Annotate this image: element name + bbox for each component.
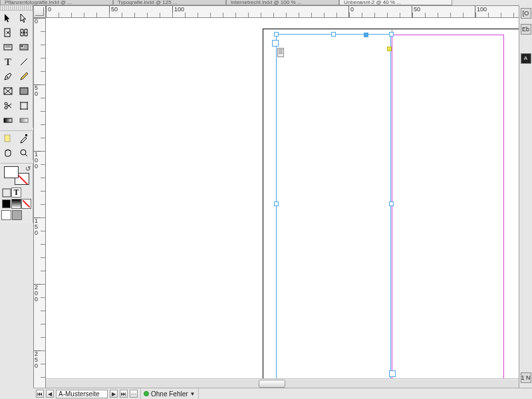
pencil-tool[interactable] xyxy=(16,69,32,84)
svg-point-14 xyxy=(21,150,26,155)
page-field[interactable]: A-Musterseite xyxy=(56,390,108,398)
scroll-track[interactable] xyxy=(46,380,519,388)
ruler-v-tick: 200 xyxy=(34,284,45,303)
text-frame-in-port[interactable] xyxy=(272,40,279,47)
frame-thread-indicator[interactable] xyxy=(387,47,392,51)
ruler-v-tick: 150 xyxy=(34,217,45,236)
scroll-thumb[interactable] xyxy=(259,380,285,388)
hand-tool[interactable] xyxy=(0,146,16,160)
frame-handle-tr-ref[interactable] xyxy=(364,33,368,37)
horizontal-ruler[interactable]: 0 50 100 0 50 100 xyxy=(46,5,519,18)
free-transform-tool[interactable] xyxy=(16,98,32,113)
document-canvas[interactable] xyxy=(46,18,519,388)
frame-handle-tc[interactable] xyxy=(331,32,336,37)
document-tabs: Pflanzenfotografie.indd @ ... Typografie… xyxy=(0,0,532,5)
type-tool[interactable]: T xyxy=(0,55,16,69)
apply-none-icon[interactable] xyxy=(21,199,31,209)
frame-handle-tr[interactable] xyxy=(389,32,394,37)
doc-tab-1[interactable]: Typografie.indd @ 125 ... xyxy=(113,0,226,5)
last-spread-button[interactable]: ⏭ xyxy=(120,390,128,398)
rectangle-tool[interactable] xyxy=(16,84,32,98)
doc-tab-0[interactable]: Pflanzenfotografie.indd @ ... xyxy=(0,0,113,5)
ruler-h-tick: 100 xyxy=(172,6,184,17)
formatting-container-icon[interactable] xyxy=(1,188,11,198)
eyedropper-tool[interactable] xyxy=(16,131,32,146)
svg-rect-15 xyxy=(3,189,11,197)
panel-icon-2[interactable]: A xyxy=(521,53,531,64)
line-tool[interactable] xyxy=(16,55,32,69)
frame-handle-ml[interactable] xyxy=(274,201,279,206)
ruler-h-tick: 50 xyxy=(109,6,118,17)
prev-spread-button[interactable]: ◀ xyxy=(46,390,54,398)
first-spread-button[interactable]: ⏮ xyxy=(36,390,44,398)
svg-rect-3 xyxy=(21,45,23,47)
svg-rect-10 xyxy=(4,118,12,122)
svg-rect-9 xyxy=(21,102,27,109)
svg-point-4 xyxy=(7,76,8,78)
zoom-tool[interactable] xyxy=(16,146,32,160)
fill-stroke-swatch[interactable]: ↺ xyxy=(4,166,29,185)
svg-rect-0 xyxy=(5,29,10,37)
collapsed-panels-dock[interactable]: [O Eb A 1 N A- xyxy=(519,5,532,399)
status-bar: ⏮ ◀ A-Musterseite ▶ ⏭ ⋯ Ohne Fehler ▼ xyxy=(33,388,532,399)
content-collector-tool[interactable] xyxy=(0,40,16,55)
preflight-menu-icon[interactable]: ▼ xyxy=(190,391,196,397)
vertical-ruler[interactable]: 0 50 100 150 200 250 xyxy=(33,18,46,388)
rectangle-frame-tool[interactable] xyxy=(0,84,16,98)
page-tool[interactable] xyxy=(0,25,16,40)
scissors-tool[interactable] xyxy=(0,98,16,113)
panel-grip[interactable] xyxy=(0,5,33,11)
preview-view-icon[interactable] xyxy=(12,210,22,220)
panel-icon-1[interactable]: Eb xyxy=(521,24,531,35)
gradient-feather-tool[interactable] xyxy=(16,113,32,128)
pen-tool[interactable] xyxy=(0,69,16,84)
right-page-margin-guide xyxy=(392,35,504,379)
apply-gradient-icon[interactable] xyxy=(11,199,21,209)
tool-panel: T ↺ T xyxy=(0,5,33,223)
frame-handle-tl[interactable] xyxy=(274,32,279,37)
horizontal-scrollbar[interactable] xyxy=(46,378,519,388)
ruler-h-tick: 100 xyxy=(475,6,487,17)
doc-tab-2[interactable]: Internetrecht.indd @ 100 % ... xyxy=(226,0,339,5)
open-panel-button[interactable]: ⋯ xyxy=(130,390,138,398)
fill-swatch[interactable] xyxy=(4,166,19,178)
selection-tool[interactable] xyxy=(0,11,16,25)
svg-rect-6 xyxy=(20,88,28,94)
ruler-v-tick: 0 xyxy=(34,18,45,25)
gradient-swatch-tool[interactable] xyxy=(0,113,16,128)
formatting-text-icon[interactable]: T xyxy=(11,188,21,198)
apply-color-icon[interactable] xyxy=(2,200,11,208)
doc-tab-3[interactable]: Unbenannt-2 @ 40 % ... xyxy=(339,0,452,5)
panel-icon-4[interactable]: 1 N xyxy=(521,372,531,383)
ruler-h-tick: 0 xyxy=(46,6,51,17)
tool-separator-2 xyxy=(0,160,33,164)
next-spread-button[interactable]: ▶ xyxy=(110,390,118,398)
text-frame-out-port[interactable] xyxy=(389,370,396,377)
ruler-origin[interactable] xyxy=(33,5,46,18)
direct-selection-tool[interactable] xyxy=(16,11,32,25)
preflight-status-icon xyxy=(144,391,149,396)
ruler-v-tick: 100 xyxy=(34,151,45,170)
normal-view-icon[interactable] xyxy=(1,210,11,220)
swap-fill-stroke-icon[interactable]: ↺ xyxy=(25,165,31,172)
text-frame-content-icon xyxy=(277,48,284,57)
selected-text-frame[interactable] xyxy=(276,34,391,382)
content-placer-tool[interactable] xyxy=(16,40,32,55)
gap-tool[interactable] xyxy=(16,25,32,40)
panel-icon-0[interactable]: [O xyxy=(521,8,531,19)
frame-handle-mr[interactable] xyxy=(389,201,394,206)
svg-rect-11 xyxy=(20,118,28,122)
ruler-v-tick: 50 xyxy=(34,84,45,97)
svg-rect-12 xyxy=(5,135,10,142)
svg-rect-13 xyxy=(25,134,27,136)
note-tool[interactable] xyxy=(0,131,16,146)
ruler-v-tick: 250 xyxy=(34,350,45,369)
preflight-status-text: Ohne Fehler xyxy=(151,390,188,398)
